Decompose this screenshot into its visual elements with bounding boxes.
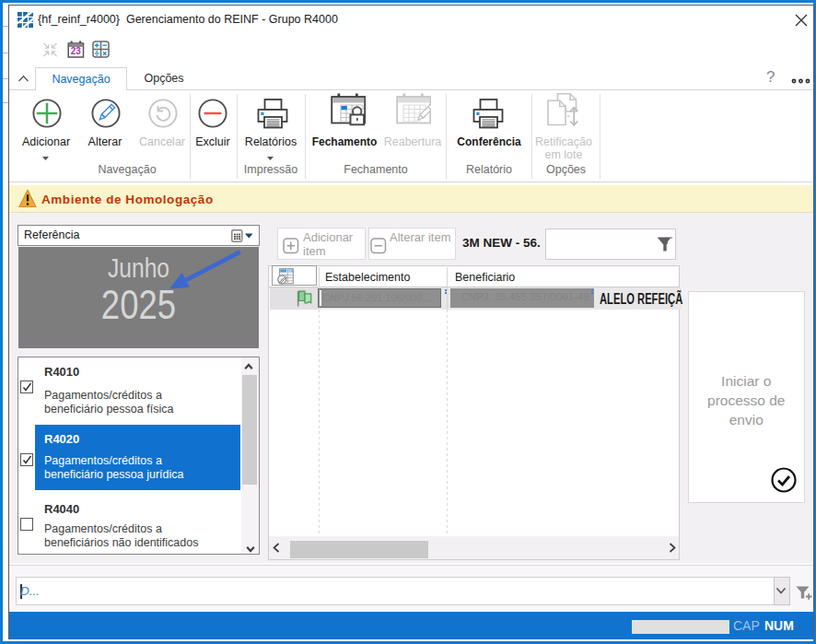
svg-text:23: 23 [71, 46, 82, 56]
